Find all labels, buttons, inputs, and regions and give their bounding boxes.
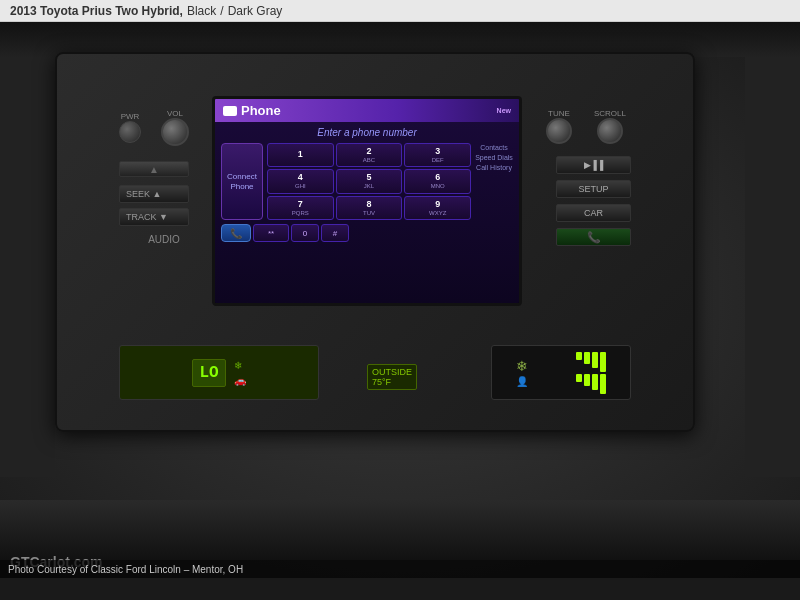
fan-bar-2 [584, 352, 590, 364]
screen-inner: Phone New Enter a phone number Connect P… [215, 99, 519, 303]
key-7[interactable]: 7PQRS [267, 196, 334, 220]
key-1[interactable]: 1 [267, 143, 334, 167]
fan-bar-4 [600, 352, 606, 372]
dash-bottom [0, 500, 800, 560]
fan-bar-1 [576, 352, 582, 360]
call-phone-icon: 📞 [230, 228, 242, 239]
phone-header: Phone New [215, 99, 519, 122]
setup-button[interactable]: SETUP [556, 180, 631, 198]
dash-left [0, 57, 55, 477]
new-label: New [497, 107, 511, 114]
person-climate-icon: 👤 [516, 376, 528, 387]
pwr-label: PWR [119, 112, 141, 121]
keypad-area: Connect Phone 1 2ABC 3DEF [215, 141, 519, 222]
dash-right [745, 57, 800, 477]
scroll-label: SCROLL [594, 109, 626, 118]
tune-scroll-row: TUNE SCROLL [541, 109, 631, 144]
fan-icon: ❄ [234, 360, 246, 371]
eject-button[interactable]: ▲ [119, 161, 189, 177]
scroll-knob[interactable] [597, 118, 623, 144]
vol-label: VOL [161, 109, 189, 118]
key-6[interactable]: 6MNO [404, 169, 471, 193]
phone-icon [223, 106, 237, 116]
tune-label: TUNE [546, 109, 572, 118]
screen-subtitle: Enter a phone number [215, 122, 519, 141]
key-2[interactable]: 2ABC [336, 143, 403, 167]
person-icon: 🚗 [234, 375, 246, 386]
climate-display: LO ❄ 🚗 [119, 345, 319, 400]
seek-label: SEEK ▲ [126, 189, 161, 199]
seek-button[interactable]: SEEK ▲ [119, 185, 189, 203]
fan-bar-7 [592, 374, 598, 390]
pwr-vol-row: PWR VOL [119, 109, 209, 146]
fan-icon-area: ❄ 👤 [516, 358, 528, 387]
screen-title: Phone [241, 103, 281, 118]
key-star-star[interactable]: ** [253, 224, 289, 242]
outside-label: OUTSIDE [372, 367, 412, 377]
color-black: Black [187, 4, 216, 18]
keypad-grid: 1 2ABC 3DEF 4GHI 5JKL [267, 143, 471, 220]
top-bar: 2013 Toyota Prius Two Hybrid, Black / Da… [0, 0, 800, 22]
photo-area: Phone New Enter a phone number Connect P… [0, 22, 800, 578]
play-pause-button[interactable]: ▶▐▐ [556, 156, 631, 174]
outside-temp: OUTSIDE 75°F [367, 364, 417, 390]
fan-bar-8 [600, 374, 606, 394]
key-4[interactable]: 4GHI [267, 169, 334, 193]
volume-control: VOL [161, 109, 189, 146]
infotainment-screen: Phone New Enter a phone number Connect P… [212, 96, 522, 306]
tune-knob[interactable] [546, 118, 572, 144]
head-unit: Phone New Enter a phone number Connect P… [55, 52, 695, 432]
call-button[interactable]: 📞 [221, 224, 251, 242]
snowflake-icon: ❄ [516, 358, 528, 374]
track-label: TRACK ▼ [126, 212, 168, 222]
key-0[interactable]: 0 [291, 224, 319, 242]
contacts-button[interactable]: Contacts [475, 143, 513, 152]
tune-control: TUNE [546, 109, 572, 144]
phone-call-icon: 📞 [587, 231, 601, 244]
climate-right-controls: ❄ 👤 [491, 345, 631, 400]
call-history-button[interactable]: Call History [475, 163, 513, 172]
track-button[interactable]: TRACK ▼ [119, 208, 189, 226]
temp-display: LO [192, 359, 225, 387]
audio-label: AUDIO [119, 234, 209, 245]
screen-bottom-row: 📞 ** 0 # [215, 222, 519, 244]
screen-right-panel: Contacts Speed Dials Call History [475, 143, 513, 220]
photo-credit: Photo Courtesy of Classic Ford Lincoln –… [0, 560, 800, 578]
volume-knob[interactable] [161, 118, 189, 146]
key-9[interactable]: 9WXYZ [404, 196, 471, 220]
fan-bar-5 [576, 374, 582, 382]
key-3[interactable]: 3DEF [404, 143, 471, 167]
connect-phone-button[interactable]: Connect Phone [221, 143, 263, 220]
car-label: CAR [584, 208, 603, 218]
key-5[interactable]: 5JKL [336, 169, 403, 193]
key-hash[interactable]: # [321, 224, 349, 242]
left-control-panel: PWR VOL ▲ SEEK ▲ TRACK ▼ AUDIO [119, 109, 209, 309]
phone-call-button[interactable]: 📞 [556, 228, 631, 246]
play-pause-icon: ▶▐▐ [584, 160, 604, 170]
car-button[interactable]: CAR [556, 204, 631, 222]
fan-bar-3 [592, 352, 598, 368]
eject-icon: ▲ [149, 164, 159, 175]
color-dark-gray: Dark Gray [228, 4, 283, 18]
speed-dials-button[interactable]: Speed Dials [475, 153, 513, 162]
outside-temp-value: 75°F [372, 377, 391, 387]
right-control-panel: TUNE SCROLL ▶▐▐ SETUP CAR 📞 [541, 109, 631, 329]
key-8[interactable]: 8TUV [336, 196, 403, 220]
color-separator: / [220, 4, 223, 18]
fan-speed-bars [576, 352, 606, 394]
car-title: 2013 Toyota Prius Two Hybrid, [10, 4, 183, 18]
climate-icons: ❄ 🚗 [234, 360, 246, 386]
setup-label: SETUP [578, 184, 608, 194]
power-control: PWR [119, 112, 141, 143]
power-knob[interactable] [119, 121, 141, 143]
scroll-control: SCROLL [594, 109, 626, 144]
fan-bar-6 [584, 374, 590, 386]
